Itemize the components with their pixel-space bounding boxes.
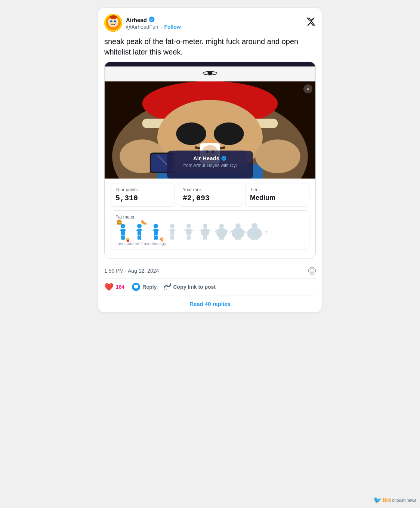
svg-point-9 (207, 71, 212, 75)
svg-point-15 (176, 123, 206, 145)
reply-label: Reply (142, 284, 157, 290)
svg-rect-77 (235, 238, 238, 240)
svg-point-80 (247, 227, 262, 239)
svg-point-7 (109, 15, 117, 19)
like-count: 164 (116, 284, 124, 290)
svg-rect-53 (170, 235, 172, 240)
svg-point-55 (186, 224, 191, 228)
handle-follow: @AirheadFun · Follow (126, 24, 181, 30)
bird-icon: 🐦 (373, 496, 382, 504)
svg-rect-72 (222, 237, 224, 240)
avatar[interactable] (104, 14, 122, 32)
fat-figure-4-gray (165, 223, 180, 240)
tweet-timestamp: 1:50 PM · Aug 12, 2024 (104, 268, 159, 274)
stats-section: Your points 5,310 Your rank #2,093 Tier … (105, 179, 315, 258)
svg-point-43 (154, 224, 158, 228)
watermark-text: 比推 bitpush.news (383, 498, 416, 503)
svg-rect-82 (254, 238, 258, 240)
fat-figure-3: 🍕 (148, 223, 163, 240)
tweet-actions: ❤️ 164 Reply Copy link to post (104, 278, 316, 295)
svg-point-68 (216, 228, 227, 238)
svg-rect-42 (139, 235, 141, 240)
fat-figure-1: 🍔 🍟 (115, 223, 130, 240)
display-name: Airhead (126, 16, 181, 24)
stat-tier: Tier Medium (245, 183, 309, 207)
fat-figure-10-dot: • (263, 227, 269, 236)
svg-rect-71 (219, 237, 222, 240)
nft-title: Air Heads (193, 155, 227, 161)
svg-point-49 (170, 224, 175, 228)
svg-rect-48 (156, 235, 158, 240)
info-icon[interactable]: ⓘ (308, 267, 316, 275)
user-info: Airhead @AirheadFun · Follow (126, 16, 181, 30)
verified-badge (148, 16, 155, 24)
reply-bubble-icon (132, 283, 140, 291)
svg-rect-60 (189, 235, 191, 240)
tweet-footer: 1:50 PM · Aug 12, 2024 ⓘ (104, 263, 316, 278)
stats-row: Your points 5,310 Your rank #2,093 Tier … (111, 183, 309, 207)
svg-rect-78 (238, 238, 241, 240)
fat-figure-9-gray (247, 223, 262, 240)
fat-meter-figures: 🍔 🍟 🌭 (115, 223, 305, 240)
fat-figure-8-gray (231, 223, 245, 240)
fat-figure-7-gray (214, 223, 229, 240)
nft-subtitle: from Arthur Hayes with Oyl (183, 163, 237, 168)
x-logo[interactable] (306, 17, 316, 29)
svg-rect-41 (138, 235, 139, 240)
svg-point-16 (214, 123, 244, 145)
close-button[interactable]: × (303, 84, 312, 93)
fat-figure-6-gray (198, 223, 213, 240)
svg-point-6 (115, 21, 116, 21)
svg-rect-59 (187, 235, 189, 240)
tweet-card: Airhead @AirheadFun · Follow sneak peak … (98, 7, 322, 313)
header-left: Airhead @AirheadFun · Follow (104, 14, 181, 32)
read-replies-button[interactable]: Read 40 replies (104, 295, 316, 312)
heart-icon: ❤️ (104, 282, 114, 291)
svg-point-3 (110, 20, 112, 22)
bitpush-watermark: 🐦 比推 bitpush.news (373, 496, 416, 504)
nft-image: × Air Heads from Arthur Hayes with Oyl (105, 81, 315, 179)
fat-figure-5-gray (181, 223, 196, 240)
svg-point-61 (203, 224, 207, 228)
follow-button[interactable]: Follow (164, 24, 180, 30)
svg-rect-54 (172, 235, 174, 240)
svg-rect-66 (205, 236, 207, 240)
svg-rect-36 (123, 235, 125, 240)
svg-point-5 (111, 21, 112, 21)
svg-point-21 (255, 139, 300, 173)
like-action[interactable]: ❤️ 164 (104, 282, 124, 291)
tweet-header: Airhead @AirheadFun · Follow (104, 14, 316, 32)
svg-rect-81 (251, 238, 254, 240)
svg-point-4 (114, 20, 116, 22)
stat-rank: Your rank #2,093 (178, 183, 242, 207)
media-card: × Air Heads from Arthur Hayes with Oyl Y… (104, 62, 316, 258)
svg-rect-35 (121, 235, 123, 240)
svg-point-67 (219, 224, 224, 228)
svg-rect-65 (203, 236, 205, 240)
svg-point-74 (232, 227, 244, 239)
fat-figure-2: 🌭 (132, 223, 147, 240)
reply-action[interactable]: Reply (132, 283, 157, 291)
link-icon (164, 283, 171, 291)
tweet-text: sneak peak of the fat-o-meter. might fuc… (104, 36, 316, 57)
fat-meter: Fat meter 🍔 🍟 (111, 210, 309, 250)
copy-link-action[interactable]: Copy link to post (164, 283, 216, 291)
stat-points: Your points 5,310 (111, 183, 175, 207)
nft-image-section: × Air Heads from Arthur Hayes with Oyl (105, 62, 315, 179)
last-updated: Last updated 2 minutes ago. (115, 241, 305, 246)
copy-link-label: Copy link to post (173, 284, 216, 290)
svg-rect-47 (154, 235, 156, 240)
nft-info-overlay: Air Heads from Arthur Hayes with Oyl (173, 151, 247, 173)
